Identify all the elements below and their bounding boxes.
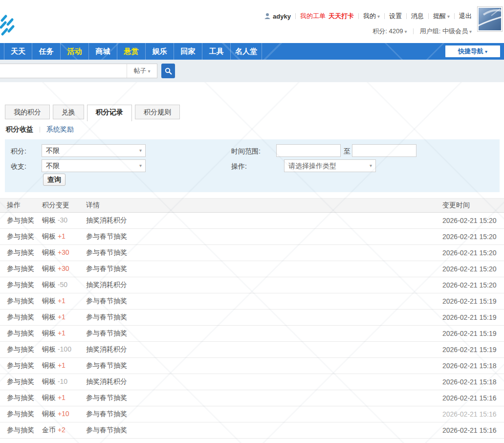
time-from-input[interactable] bbox=[276, 144, 341, 157]
cell-time: 2026-02-21 15:20 bbox=[442, 233, 504, 241]
search-button[interactable] bbox=[161, 64, 175, 78]
chevron-down-icon: ▾ bbox=[370, 160, 372, 172]
cell-action: 参与抽奖 bbox=[0, 313, 42, 322]
cell-change: 铜板 +1 bbox=[42, 361, 86, 370]
cell-time: 2026-02-21 15:16 bbox=[442, 410, 504, 418]
cell-detail: 抽奖消耗积分 bbox=[86, 281, 442, 289]
quick-nav-button[interactable]: 快捷导航▾ bbox=[445, 45, 500, 57]
search-input[interactable] bbox=[0, 64, 127, 78]
divider bbox=[358, 13, 359, 19]
cell-change: 金币 +2 bbox=[42, 426, 86, 435]
chevron-down-icon: ▾ bbox=[447, 14, 450, 19]
time-to-input[interactable] bbox=[352, 144, 416, 157]
time-range-label: 时间范围: bbox=[231, 147, 261, 156]
action-filter-select[interactable]: 请选择操作类型▾ bbox=[284, 159, 376, 172]
cell-action: 参与抽奖 bbox=[0, 216, 42, 225]
cell-time: 2026-02-21 15:18 bbox=[442, 362, 504, 370]
cell-time: 2026-02-21 15:16 bbox=[442, 394, 504, 402]
cell-action: 参与抽奖 bbox=[0, 394, 42, 402]
cell-change: 铜板 -50 bbox=[42, 281, 86, 289]
notice-menu[interactable]: 提醒▾ bbox=[433, 12, 450, 21]
cell-action: 参与抽奖 bbox=[0, 281, 42, 289]
filter-panel: 积分: 不限▾ 收支: 不限▾ 时间范围: 至 操作: 请选择操作类型▾ 查询 bbox=[5, 139, 500, 192]
subnav-points-income[interactable]: 积分收益 bbox=[6, 125, 33, 133]
nav-item[interactable]: 活动 bbox=[61, 43, 89, 60]
subnav-system-reward[interactable]: 系统奖励 bbox=[46, 125, 74, 133]
cell-action: 参与抽奖 bbox=[0, 329, 42, 338]
tab[interactable]: 我的积分 bbox=[5, 105, 50, 119]
points-filter-select[interactable]: 不限▾ bbox=[42, 144, 146, 157]
table-row: 参与抽奖 铜板 +1 参与春节抽奖 2026-02-21 15:18 bbox=[0, 358, 504, 374]
search-strip: 帖子▾ bbox=[0, 60, 504, 82]
points-filter-label: 积分: bbox=[11, 147, 26, 156]
subnav: 积分收益 系统奖励 bbox=[6, 125, 74, 134]
cell-action: 参与抽奖 bbox=[0, 426, 42, 435]
col-header-time: 变更时间 bbox=[442, 201, 504, 210]
nav-item[interactable]: 任务 bbox=[32, 43, 61, 60]
tab[interactable]: 兑换 bbox=[53, 105, 84, 119]
tab[interactable]: 积分规则 bbox=[135, 105, 180, 119]
inout-filter-select[interactable]: 不限▾ bbox=[42, 159, 146, 172]
nav-item[interactable]: 悬赏 bbox=[117, 43, 146, 60]
cell-change: 铜板 -30 bbox=[42, 216, 86, 225]
nav-item[interactable]: 商城 bbox=[89, 43, 117, 60]
cell-change: 铜板 +1 bbox=[42, 297, 86, 306]
cell-detail: 参与春节抽奖 bbox=[86, 410, 442, 419]
points-record-table: 操作 积分变更 详情 变更时间 参与抽奖 铜板 -30 抽奖消耗积分 2026-… bbox=[0, 198, 504, 439]
table-row: 参与抽奖 铜板 +10 参与春节抽奖 2026-02-21 15:16 bbox=[0, 406, 504, 422]
nav-item[interactable]: 回家 bbox=[174, 43, 202, 60]
my-ticket-link[interactable]: 我的工单 bbox=[300, 12, 326, 21]
cell-detail: 抽奖消耗积分 bbox=[86, 377, 442, 386]
user-links-row: adyky 我的工单 天天打卡 我的▾ 设置 消息 提醒▾ 退出 bbox=[264, 12, 472, 21]
settings-link[interactable]: 设置 bbox=[389, 12, 402, 21]
cell-action: 参与抽奖 bbox=[0, 377, 42, 386]
col-header-detail: 详情 bbox=[86, 201, 442, 210]
nav-item[interactable]: 工具 bbox=[202, 43, 231, 60]
cell-detail: 参与春节抽奖 bbox=[86, 361, 442, 370]
nav-item[interactable]: 娱乐 bbox=[146, 43, 174, 60]
user-stats-row: 积分: 4209▾ 用户组: 中级会员▾ bbox=[264, 27, 472, 36]
user-icon bbox=[264, 13, 271, 20]
table-row: 参与抽奖 铜板 +1 参与春节抽奖 2026-02-21 15:16 bbox=[0, 390, 504, 406]
search-box: 帖子▾ bbox=[0, 64, 157, 78]
cell-time: 2026-02-21 15:20 bbox=[442, 265, 504, 273]
cell-time: 2026-02-21 15:20 bbox=[442, 281, 504, 289]
cell-action: 参与抽奖 bbox=[0, 410, 42, 419]
cell-action: 参与抽奖 bbox=[0, 345, 42, 354]
cell-detail: 参与春节抽奖 bbox=[86, 232, 442, 241]
table-row: 参与抽奖 铜板 -10 抽奖消耗积分 2026-02-21 15:18 bbox=[0, 374, 504, 390]
action-filter-label: 操作: bbox=[231, 162, 247, 171]
username[interactable]: adyky bbox=[273, 13, 291, 20]
table-row: 参与抽奖 铜板 +1 参与春节抽奖 2026-02-21 15:19 bbox=[0, 310, 504, 326]
tab[interactable]: 积分记录 bbox=[87, 105, 132, 121]
cell-detail: 参与春节抽奖 bbox=[86, 394, 442, 402]
points-dropdown[interactable]: 积分: 4209▾ bbox=[373, 27, 407, 35]
avatar[interactable] bbox=[477, 6, 503, 32]
chevron-down-icon: ▾ bbox=[139, 160, 142, 172]
cell-change: 铜板 +10 bbox=[42, 410, 86, 419]
daily-checkin-link[interactable]: 天天打卡 bbox=[329, 12, 354, 21]
cell-change: 铜板 -10 bbox=[42, 377, 86, 386]
usergroup-dropdown[interactable]: 用户组: 中级会员▾ bbox=[420, 27, 472, 35]
cell-time: 2026-02-21 15:19 bbox=[442, 346, 504, 354]
chevron-down-icon: ▾ bbox=[485, 49, 487, 54]
nav-item[interactable]: 名人堂 bbox=[231, 43, 262, 60]
nav-item[interactable]: 天天 bbox=[4, 43, 32, 60]
query-button[interactable]: 查询 bbox=[43, 174, 66, 186]
chevron-down-icon: ▾ bbox=[404, 29, 407, 34]
col-header-action: 操作 bbox=[0, 201, 42, 210]
cell-change: 铜板 +1 bbox=[42, 329, 86, 338]
cell-time: 2026-02-21 15:20 bbox=[442, 249, 504, 257]
logout-link[interactable]: 退出 bbox=[459, 12, 472, 21]
to-label: 至 bbox=[344, 147, 351, 156]
cell-time: 2026-02-21 15:18 bbox=[442, 378, 504, 386]
my-menu[interactable]: 我的▾ bbox=[363, 12, 380, 21]
search-type-dropdown[interactable]: 帖子▾ bbox=[127, 64, 157, 78]
search-icon bbox=[165, 67, 172, 75]
cell-detail: 抽奖消耗积分 bbox=[86, 216, 442, 225]
messages-link[interactable]: 消息 bbox=[411, 12, 424, 21]
divider bbox=[384, 13, 385, 19]
site-logo-icon bbox=[0, 12, 17, 40]
cell-time: 2026-02-21 15:19 bbox=[442, 330, 504, 337]
nav-menu: 天天任务活动商城悬赏娱乐回家工具名人堂 bbox=[4, 43, 262, 60]
